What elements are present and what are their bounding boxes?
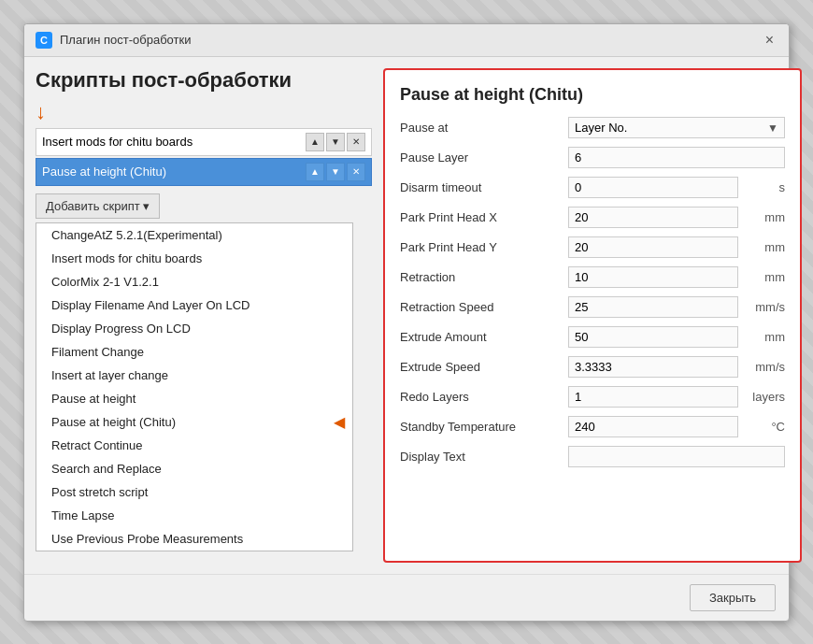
dialog-title: Плагин пост-обработки	[60, 33, 754, 47]
menu-item-0[interactable]: ChangeAtZ 5.2.1(Experimental)	[36, 223, 352, 247]
field-input-10[interactable]	[568, 416, 738, 437]
field-unit-7: mm	[738, 330, 785, 344]
right-panel-title: Pause at height (Chitu)	[400, 85, 785, 105]
field-input-3[interactable]	[568, 207, 738, 228]
scripts-heading: Скрипты пост-обработки	[36, 68, 372, 93]
close-title-button[interactable]: ×	[762, 33, 777, 48]
field-unit-8: mm/s	[738, 360, 785, 374]
script-controls-1: ▲ ▼ ✕	[306, 163, 365, 181]
menu-item-2[interactable]: ColorMix 2-1 V1.2.1	[36, 270, 352, 293]
menu-item-1[interactable]: Insert mods for chitu boards	[36, 247, 352, 270]
field-input-8[interactable]	[568, 356, 738, 378]
field-row-9: Redo Layerslayers	[400, 385, 785, 409]
menu-item-6[interactable]: Insert at layer change	[36, 364, 352, 387]
field-unit-5: mm	[738, 270, 785, 284]
main-dialog: C Плагин пост-обработки × Скрипты пост-о…	[23, 23, 790, 622]
field-input-6[interactable]	[568, 296, 738, 318]
script-down-btn-1[interactable]: ▼	[326, 163, 345, 181]
script-up-btn-1[interactable]: ▲	[306, 163, 324, 181]
field-select-text-0: Layer No.	[575, 121, 767, 135]
field-label-4: Park Print Head Y	[400, 240, 568, 254]
highlight-arrow: ◀	[334, 413, 345, 431]
field-row-11: Display Text	[400, 445, 785, 469]
chevron-down-icon: ▼	[767, 122, 778, 135]
script-down-btn-0[interactable]: ▼	[326, 133, 345, 151]
field-row-2: Disarm timeouts	[400, 176, 785, 200]
script-item-0[interactable]: Insert mods for chitu boards ▲ ▼ ✕	[36, 128, 372, 156]
field-row-4: Park Print Head Ymm	[400, 236, 785, 260]
menu-item-7[interactable]: Pause at height	[36, 387, 352, 410]
menu-item-3[interactable]: Display Filename And Layer On LCD	[36, 293, 352, 317]
fields-container: Pause atLayer No.▼Pause LayerDisarm time…	[400, 116, 785, 469]
arrow-indicator: ↓	[36, 100, 372, 124]
menu-item-11[interactable]: Post stretch script	[36, 480, 352, 504]
field-unit-2: s	[738, 180, 785, 194]
script-item-1[interactable]: Pause at height (Chitu) ▲ ▼ ✕	[36, 158, 372, 186]
script-label-0: Insert mods for chitu boards	[42, 135, 302, 149]
field-unit-6: mm/s	[738, 300, 785, 314]
field-input-4[interactable]	[568, 236, 738, 258]
menu-item-9[interactable]: Retract Continue	[36, 434, 352, 457]
field-unit-10: °C	[738, 420, 785, 434]
add-script-dropdown: ChangeAtZ 5.2.1(Experimental) Insert mod…	[36, 222, 353, 551]
field-label-6: Retraction Speed	[400, 300, 568, 314]
menu-item-5[interactable]: Filament Change	[36, 340, 352, 364]
field-label-8: Extrude Speed	[400, 360, 568, 374]
menu-item-10[interactable]: Search and Replace	[36, 457, 352, 480]
field-input-2[interactable]	[568, 177, 738, 198]
field-row-8: Extrude Speedmm/s	[400, 355, 785, 379]
field-label-9: Redo Layers	[400, 390, 568, 404]
close-dialog-button[interactable]: Закрыть	[690, 584, 776, 611]
right-panel: Pause at height (Chitu) Pause atLayer No…	[383, 68, 802, 563]
field-row-3: Park Print Head Xmm	[400, 206, 785, 230]
field-input-1[interactable]	[568, 147, 785, 168]
script-remove-btn-0[interactable]: ✕	[347, 133, 365, 151]
menu-item-8[interactable]: Pause at height (Chitu) ◀	[36, 410, 352, 434]
script-remove-btn-1[interactable]: ✕	[347, 163, 365, 181]
dialog-body: Скрипты пост-обработки ↓ Insert mods for…	[24, 57, 789, 574]
field-select-0[interactable]: Layer No.▼	[568, 117, 785, 138]
field-unit-4: mm	[738, 240, 785, 254]
field-input-5[interactable]	[568, 266, 738, 288]
menu-item-12[interactable]: Time Lapse	[36, 504, 352, 527]
script-label-1: Pause at height (Chitu)	[42, 165, 302, 179]
menu-item-4[interactable]: Display Progress On LCD	[36, 317, 352, 340]
field-row-6: Retraction Speedmm/s	[400, 295, 785, 320]
field-input-11[interactable]	[568, 446, 785, 467]
field-label-0: Pause at	[400, 121, 568, 135]
scripts-list: Insert mods for chitu boards ▲ ▼ ✕ Pause…	[36, 128, 372, 186]
field-label-2: Disarm timeout	[400, 180, 568, 194]
script-controls-0: ▲ ▼ ✕	[306, 133, 365, 151]
field-row-1: Pause Layer	[400, 146, 785, 170]
field-unit-9: layers	[738, 390, 785, 404]
field-input-9[interactable]	[568, 386, 738, 408]
field-label-7: Extrude Amount	[400, 330, 568, 344]
field-row-7: Extrude Amountmm	[400, 325, 785, 350]
script-up-btn-0[interactable]: ▲	[306, 133, 324, 151]
dialog-footer: Закрыть	[24, 574, 789, 621]
field-label-1: Pause Layer	[400, 150, 568, 165]
field-label-3: Park Print Head X	[400, 210, 568, 224]
add-script-button[interactable]: Добавить скрипт ▾	[36, 193, 160, 219]
field-row-0: Pause atLayer No.▼	[400, 116, 785, 140]
field-input-7[interactable]	[568, 326, 738, 348]
left-panel: Скрипты пост-обработки ↓ Insert mods for…	[36, 68, 372, 563]
field-unit-3: mm	[738, 210, 785, 224]
field-label-11: Display Text	[400, 450, 568, 464]
field-label-5: Retraction	[400, 270, 568, 284]
field-row-10: Standby Temperature°C	[400, 415, 785, 439]
app-icon: C	[36, 32, 52, 49]
titlebar: C Плагин пост-обработки ×	[24, 24, 789, 57]
field-row-5: Retractionmm	[400, 265, 785, 290]
menu-item-13[interactable]: Use Previous Probe Measurements	[36, 527, 352, 551]
field-label-10: Standby Temperature	[400, 420, 568, 434]
